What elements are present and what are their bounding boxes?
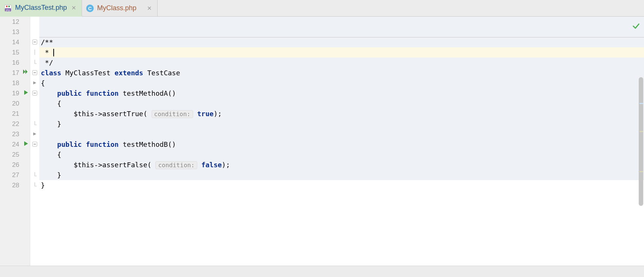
keyword-token: class	[41, 69, 65, 77]
fold-collapse-icon[interactable]	[32, 39, 37, 46]
fold-end-icon[interactable]	[32, 120, 37, 128]
code-line[interactable]	[39, 27, 644, 37]
fold-collapse-icon[interactable]	[32, 69, 37, 77]
fold-cell[interactable]	[30, 119, 39, 129]
fold-gutter	[30, 17, 39, 266]
line-number[interactable]: 22	[0, 119, 30, 129]
code-line[interactable]: {	[39, 98, 644, 109]
code-line[interactable]: }	[39, 180, 644, 190]
line-number[interactable]: 14	[0, 37, 30, 47]
code-token: testMethodB()	[123, 140, 176, 148]
line-number[interactable]: 12	[0, 17, 30, 27]
editor-tab[interactable]: phpMyClassTest.php✕	[0, 0, 82, 17]
code-line[interactable]	[39, 129, 644, 139]
code-token: */	[41, 59, 53, 67]
fold-cell	[30, 17, 39, 27]
line-number[interactable]: 19	[0, 88, 30, 98]
class-file-icon: C	[86, 4, 94, 12]
code-line[interactable]: /**	[39, 37, 644, 47]
close-icon[interactable]: ✕	[146, 5, 153, 12]
svg-point-3	[6, 5, 8, 7]
fold-end-icon[interactable]	[32, 171, 37, 179]
text-cursor	[53, 49, 54, 56]
line-number[interactable]: 28	[0, 180, 30, 190]
line-number[interactable]: 16	[0, 58, 30, 68]
inspection-ok-icon[interactable]	[632, 22, 640, 32]
code-line[interactable]: }	[39, 170, 644, 180]
code-line[interactable]: $this->assertTrue( condition: true);	[39, 109, 644, 119]
editor-tabs: phpMyClassTest.php✕CMyClass.php✕	[0, 0, 644, 17]
fold-region-icon[interactable]	[32, 79, 37, 87]
fold-cell[interactable]	[30, 58, 39, 68]
fold-cell	[30, 98, 39, 109]
line-number[interactable]: 17	[0, 68, 30, 78]
code-token	[193, 110, 197, 118]
fold-cell[interactable]	[30, 78, 39, 88]
code-token: TestCase	[147, 69, 180, 77]
close-icon[interactable]: ✕	[70, 5, 78, 11]
run-test-icon[interactable]	[23, 139, 29, 149]
line-number[interactable]: 15	[0, 47, 30, 58]
fold-cell[interactable]	[30, 170, 39, 180]
line-number[interactable]: 18	[0, 78, 30, 88]
code-line[interactable]: class MyClassTest extends TestCase	[39, 68, 644, 78]
fold-cell	[30, 27, 39, 37]
line-number[interactable]: 25	[0, 149, 30, 160]
editor: 1213141516171819202122232425262728 /** *…	[0, 17, 644, 266]
fold-cell[interactable]	[30, 37, 39, 47]
error-stripe-marker[interactable]	[639, 171, 643, 172]
run-all-tests-icon[interactable]	[22, 68, 29, 78]
code-line[interactable]: public function testMethodA()	[39, 88, 644, 98]
line-number[interactable]: 27	[0, 170, 30, 180]
code-token: *	[41, 48, 53, 56]
fold-collapse-icon[interactable]	[32, 90, 37, 97]
tab-label: MyClass.php	[97, 4, 136, 12]
code-line[interactable]: {	[39, 149, 644, 160]
fold-cell[interactable]	[30, 47, 39, 58]
fold-collapse-icon[interactable]	[32, 141, 37, 148]
fold-cell	[30, 109, 39, 119]
parameter-hint: condition:	[152, 110, 193, 118]
code-line[interactable]: *	[39, 47, 644, 58]
code-line[interactable]: public function testMethodB()	[39, 139, 644, 149]
fold-end-icon[interactable]	[32, 182, 37, 189]
code-line[interactable]: */	[39, 58, 644, 68]
code-token: ->assertFalse(	[94, 161, 156, 169]
fold-cell[interactable]	[30, 129, 39, 139]
line-number[interactable]: 13	[0, 27, 30, 37]
code-area[interactable]: /** * */class MyClassTest extends TestCa…	[39, 17, 644, 266]
code-line[interactable]: $this->assertFalse( condition: false);	[39, 160, 644, 170]
fold-cell[interactable]	[30, 88, 39, 98]
keyword-token: false	[201, 161, 222, 169]
fold-cell[interactable]	[30, 180, 39, 190]
fold-end-icon[interactable]	[32, 59, 37, 67]
run-test-icon[interactable]	[23, 88, 29, 98]
error-stripe-marker[interactable]	[639, 131, 643, 132]
keyword-token: extends	[115, 69, 147, 77]
code-line[interactable]: {	[39, 78, 644, 88]
code-token: ->assertTrue(	[94, 110, 152, 118]
status-bar	[0, 266, 644, 277]
line-number[interactable]: 23	[0, 129, 30, 139]
line-number[interactable]: 20	[0, 98, 30, 109]
fold-cell	[30, 149, 39, 160]
code-token: }	[57, 171, 61, 179]
code-line[interactable]: }	[39, 119, 644, 129]
line-number[interactable]: 26	[0, 160, 30, 170]
editor-tab[interactable]: CMyClass.php✕	[82, 0, 158, 16]
keyword-token: function	[86, 89, 123, 97]
fold-region-icon[interactable]	[32, 131, 37, 138]
code-line[interactable]	[39, 17, 644, 27]
fold-cell	[30, 160, 39, 170]
fold-cell[interactable]	[30, 68, 39, 78]
fold-cell[interactable]	[30, 139, 39, 149]
line-number[interactable]: 24	[0, 139, 30, 149]
tab-label: MyClassTest.php	[15, 4, 67, 12]
line-number[interactable]: 21	[0, 109, 30, 119]
fold-bar-icon[interactable]	[32, 49, 37, 56]
error-stripe-marker[interactable]	[639, 103, 643, 104]
code-token: {	[57, 100, 61, 107]
vertical-scrollbar[interactable]	[639, 77, 643, 206]
code-token: MyClassTest	[65, 69, 115, 77]
keyword-token: function	[86, 140, 123, 148]
